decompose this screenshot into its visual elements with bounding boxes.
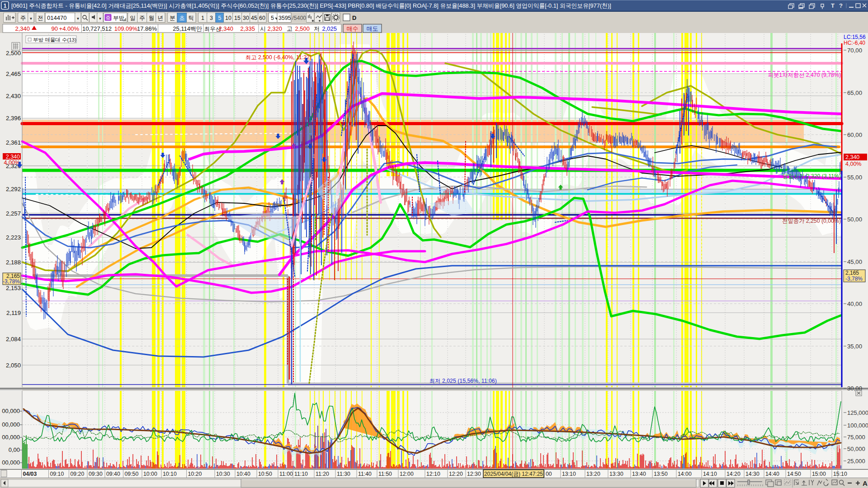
svg-text:시: 시 (260, 25, 266, 32)
svg-text:2,340: 2,340 (218, 25, 233, 32)
svg-text:75,000: 75,000 (847, 434, 865, 441)
svg-text:11:30: 11:30 (337, 471, 350, 477)
svg-text:100,000: 100,000 (847, 422, 868, 429)
svg-text:부방: 부방 (113, 15, 124, 21)
svg-text:5: 5 (218, 15, 222, 21)
svg-text:2,430: 2,430 (6, 93, 21, 99)
svg-text:최저 2,025 (15,56%, 11:06): 최저 2,025 (15,56%, 11:06) (429, 378, 497, 384)
svg-text:?: ? (839, 2, 843, 9)
svg-text:1: 1 (4, 3, 7, 9)
svg-text:14:10: 14:10 (703, 471, 717, 477)
svg-text:00: 00 (546, 471, 552, 477)
svg-text:90: 90 (52, 25, 58, 32)
svg-text:13:10: 13:10 (562, 471, 576, 477)
svg-text:10:30: 10:30 (216, 471, 230, 477)
svg-text:월: 월 (149, 15, 155, 21)
svg-text:1: 1 (201, 15, 204, 21)
svg-text:D: D (352, 14, 356, 21)
svg-text:09:10: 09:10 (50, 471, 64, 477)
svg-text:04/03: 04/03 (23, 471, 37, 477)
svg-text:T: T (831, 2, 835, 9)
svg-text:55,00: 55,00 (847, 174, 862, 181)
svg-text:4,00%: 4,00% (845, 161, 861, 167)
svg-text:60: 60 (259, 15, 265, 21)
svg-text:13:40: 13:40 (632, 471, 646, 477)
svg-text:-3,78%: -3,78% (845, 276, 863, 282)
svg-text:2,084: 2,084 (6, 336, 21, 343)
svg-text:15:10: 15:10 (833, 471, 847, 477)
svg-text:-3,78%: -3,78% (3, 278, 20, 285)
svg-text:▼: ▼ (76, 17, 80, 21)
svg-text:014470: 014470 (47, 14, 66, 21)
svg-text:주: 주 (139, 15, 145, 21)
svg-text:3595: 3595 (278, 15, 291, 21)
svg-text:2,153: 2,153 (6, 285, 21, 291)
svg-text:LC:15,56: LC:15,56 (844, 34, 866, 40)
svg-text:09:40: 09:40 (106, 471, 120, 477)
svg-text:14:00: 14:00 (678, 471, 692, 477)
svg-text:+4.00%: +4.00% (59, 25, 80, 32)
svg-text:년: 년 (158, 15, 164, 21)
svg-text:2,340: 2,340 (15, 25, 30, 32)
svg-text:5: 5 (271, 15, 274, 21)
svg-text:11:20: 11:20 (316, 471, 329, 477)
svg-text:14:40: 14:40 (765, 471, 779, 477)
svg-text:2,223: 2,223 (6, 234, 21, 241)
svg-text:00,000: 00,000 (2, 459, 20, 466)
svg-text:50,000: 50,000 (847, 446, 865, 452)
svg-text:13:30: 13:30 (609, 471, 623, 477)
svg-text:12:00: 12:00 (400, 471, 414, 477)
svg-text:2,335: 2,335 (240, 25, 255, 32)
svg-text:전: 전 (38, 15, 43, 21)
svg-text:25,000: 25,000 (847, 458, 865, 465)
svg-text:2025/04/04(금) 12:47:25: 2025/04/04(금) 12:47:25 (484, 471, 543, 477)
svg-text:주: 주 (20, 15, 26, 21)
svg-text:2,500: 2,500 (6, 50, 21, 56)
svg-text:저: 저 (314, 25, 320, 32)
svg-text:12:10: 12:10 (426, 471, 440, 477)
svg-text:00,000: 00,000 (2, 434, 20, 441)
svg-text:매도: 매도 (367, 25, 378, 32)
svg-text:00,000: 00,000 (2, 408, 20, 414)
svg-text:/5400: /5400 (292, 15, 306, 21)
svg-text:당일시가 2,320 (3,11%): 당일시가 2,320 (3,11%) (783, 173, 841, 179)
svg-text:17.86%: 17.86% (137, 25, 157, 32)
svg-text:15:00: 15:00 (812, 471, 826, 477)
svg-text:10:20: 10:20 (188, 471, 202, 477)
svg-text:일: 일 (130, 15, 136, 21)
svg-text:전일종가 2,250 (0,00%): 전일종가 2,250 (0,00%) (782, 218, 841, 224)
svg-text:분: 분 (170, 15, 175, 21)
svg-text:00,000: 00,000 (2, 421, 20, 428)
svg-text:2,320: 2,320 (267, 25, 282, 32)
svg-text:2,188: 2,188 (6, 259, 21, 266)
svg-text:15: 15 (234, 15, 241, 21)
svg-text:45,00: 45,00 (847, 258, 862, 265)
svg-text:▼: ▼ (99, 17, 102, 21)
svg-text:2,465: 2,465 (6, 70, 21, 77)
svg-text:최고 2,500 (-6,40%, 11:22): 최고 2,500 (-6,40%, 11:22) (245, 54, 311, 61)
svg-text:65,00: 65,00 (847, 89, 862, 96)
svg-text:2,165: 2,165 (845, 270, 859, 276)
svg-text:11:00: 11:00 (279, 471, 293, 477)
svg-text:A: A (863, 479, 868, 487)
svg-text:13:20: 13:20 (586, 471, 600, 477)
svg-text:14:30: 14:30 (745, 471, 760, 477)
svg-text:45: 45 (251, 15, 257, 21)
svg-text:10:00: 10:00 (143, 471, 157, 477)
svg-text:70,00: 70,00 (847, 47, 862, 54)
svg-text:2,340: 2,340 (845, 154, 859, 160)
svg-text:50,00: 50,00 (847, 216, 862, 223)
svg-text:[0601] 주식종합차트 - 유통비율[42.0] 거래대: [0601] 주식종합차트 - 유통비율[42.0] 거래대금[25,114(백… (11, 2, 611, 9)
svg-text:40,00: 40,00 (847, 300, 862, 307)
svg-text:고: 고 (287, 25, 292, 32)
svg-text:2,257: 2,257 (6, 210, 21, 217)
svg-text:2,340: 2,340 (6, 154, 20, 160)
svg-text:초: 초 (179, 15, 185, 21)
svg-text:10:40: 10:40 (236, 471, 250, 477)
svg-text:11:40: 11:40 (358, 471, 372, 477)
svg-text:2,396: 2,396 (6, 115, 21, 122)
svg-text:25,114백만: 25,114백만 (173, 25, 202, 32)
svg-text:09:30: 09:30 (89, 471, 103, 477)
svg-text:2,361: 2,361 (6, 139, 21, 146)
svg-text:틱: 틱 (189, 15, 194, 21)
